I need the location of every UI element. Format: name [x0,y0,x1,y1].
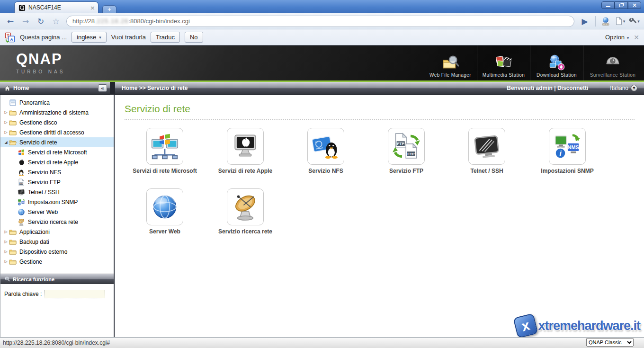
web-file-manager-icon [442,54,459,71]
tree-item-gestione-disco[interactable]: ▷ Gestione disco [0,117,114,127]
globe-icon [151,193,179,221]
tree-label: Panoramica [19,99,50,106]
expand-icon[interactable]: ▷ [3,230,9,234]
tree-item-dispositivo-esterno[interactable]: ▷ Dispositivo esterno [0,247,114,257]
expand-icon[interactable]: ▷ [3,259,9,264]
telnet-ssh-tile[interactable] [468,128,505,165]
tree-item-telnet-ssh[interactable]: Telnet / SSH [0,187,114,197]
folder-icon [9,228,17,236]
tree-item-impostazioni-snmp[interactable]: Impostazioni SNMP [0,197,114,207]
app-label: Download Station [537,72,577,78]
wrench-menu-button[interactable]: ▾ [628,15,640,27]
chevron-down-icon: ▾ [99,35,101,40]
tree-item-server-web[interactable]: Server Web [0,207,114,217]
sidebar-home-label: Home [13,85,29,91]
nfs-tile[interactable] [307,128,344,165]
sidebar-collapse-button[interactable]: « [98,84,107,92]
sidebar: Panoramica ▷ Amministrazione di sistema … [0,95,115,337]
new-tab-button[interactable]: + [102,5,116,13]
tree-item-servizi-di-rete-apple[interactable]: Servizi di rete Apple [0,157,114,167]
infobar-close-icon[interactable]: ✕ [634,34,639,41]
keyword-label: Parola chiave : [4,291,42,297]
url-suffix: :8080/cgi-bin/index.cgi [128,18,189,25]
app-download-station[interactable]: Download Station [530,45,583,80]
expand-icon[interactable]: ▷ [3,120,9,125]
welcome-logout-text[interactable]: Benvenuti admin | Disconnetti [507,85,588,91]
apple-network-tile[interactable] [227,128,264,165]
app-multimedia-station[interactable]: Multimedia Station [477,45,530,80]
minimize-icon [606,6,610,7]
language-selector[interactable]: Italiano ▼ [610,85,637,91]
network-discovery-tile[interactable] [227,188,264,225]
ftp-document-icon [18,178,25,186]
browser-tab[interactable]: NASC4F14E × [14,1,98,13]
nfs-linux-icon [312,133,340,160]
open-folder-icon [9,139,17,146]
tree-label: Servizio di rete [19,139,57,146]
app-surveillance-station[interactable]: Surveillance Station [583,45,642,80]
tree-item-gestione[interactable]: ▷ Gestione [0,257,114,267]
tree-label: Gestione disco [19,119,57,126]
translate-extension-icon[interactable] [599,15,612,27]
ftp-tile[interactable] [388,128,425,165]
tile-label: Servizi di rete Microsoft [133,168,197,174]
tree-item-amministrazione-di-sistema[interactable]: ▷ Amministrazione di sistema [0,107,114,117]
options-dropdown[interactable]: Opzion ▾ [605,34,629,41]
page-menu-button[interactable]: ▾ [614,15,626,27]
qnap-header: QNAP TURBO NAS Web File Manager Multimed… [0,45,644,82]
tile-servizi-di-rete-microsoft: Servizi di rete Microsoft [133,128,197,174]
language-dropdown-label: inglese [77,34,96,41]
reload-button[interactable]: ↻ [34,15,47,27]
tile-label: Server Web [149,228,180,235]
folder-icon [9,258,17,266]
windows-icon [18,149,25,156]
expand-icon[interactable]: ▷ [3,130,9,134]
expand-icon[interactable]: ▷ [3,110,9,115]
expand-icon[interactable]: ▷ [3,240,9,244]
tile-servizi-di-rete-apple: Servizi di rete Apple [218,128,272,174]
go-button[interactable]: ▶ [578,15,591,27]
tree-item-applicazioni[interactable]: ▷ Applicazioni [0,227,114,237]
url-blurred-segment: .225.18.26 [95,18,128,25]
service-tile-grid: Servizi di rete Microsoft Servizi di ret… [125,128,635,235]
language-dropdown[interactable]: inglese ▾ [72,32,107,43]
tree-item-panoramica[interactable]: Panoramica [0,98,114,107]
content-area: Panoramica ▷ Amministrazione di sistema … [0,95,644,337]
page-title: Servizio di rete [125,103,635,115]
tile-label: Servizio FTP [389,168,423,174]
expand-icon[interactable]: ▷ [3,250,9,254]
tree-item-servizio-ftp[interactable]: Servizio FTP [0,177,114,187]
web-server-tile[interactable] [146,188,183,225]
snmp-monitors-icon [554,133,581,160]
forward-button[interactable]: → [19,15,32,27]
collapse-tree-icon[interactable]: ◢ [3,140,9,144]
tree-item-servizio-ricerca-rete[interactable]: Servizio ricerca rete [0,217,114,227]
minimize-button[interactable] [601,1,615,9]
microsoft-network-tile[interactable] [146,128,183,165]
bookmark-star-button[interactable]: ☆ [49,15,63,27]
translate-button[interactable]: Traduc [151,32,180,43]
keyword-input[interactable] [45,290,105,298]
tab-close-icon[interactable]: × [90,5,95,11]
address-bar[interactable]: http://28.225.18.26:8080/cgi-bin/index.c… [66,16,574,27]
tree-item-servizio-nfs[interactable]: Servizio NFS [0,167,114,177]
tree-item-gestione-diritti-di-accesso[interactable]: ▷ Gestione diritti di accesso [0,127,114,137]
app-web-file-manager[interactable]: Web File Manager [424,45,477,80]
close-button[interactable]: × [628,1,641,9]
satellite-dish-icon [232,193,259,221]
tile-label: Servizio ricerca rete [218,228,272,235]
url-prefix: http://28 [72,18,95,25]
turbo-nas-label: TURBO NAS [16,69,65,74]
tile-telnet-ssh: Telnet / SSH [468,128,505,174]
restore-button[interactable] [615,1,628,9]
tree-item-servizio-di-rete[interactable]: ◢ Servizio di rete [0,137,114,147]
no-button[interactable]: No [185,32,203,43]
theme-select[interactable]: QNAP Classic [586,338,634,347]
chevron-down-icon: ▾ [623,19,626,24]
tree-label: Gestione [19,259,42,265]
tree-item-servizi-di-rete-microsoft[interactable]: Servizi di rete Microsoft [0,147,114,157]
snmp-tile[interactable] [549,128,586,165]
tree-item-backup-dati[interactable]: ▷ Backup dati [0,237,114,247]
back-button[interactable]: ← [4,15,17,27]
tile-servizio-ricerca-rete: Servizio ricerca rete [218,188,272,235]
